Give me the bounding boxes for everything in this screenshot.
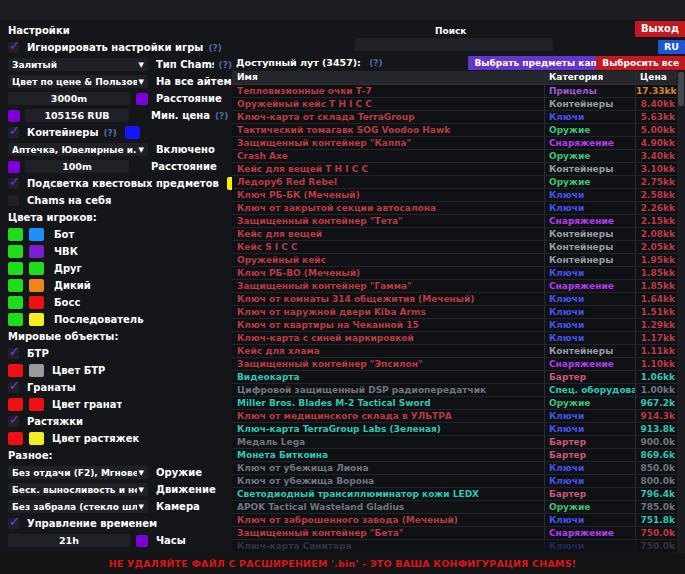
quest-items-checkbox[interactable]: [8, 178, 19, 189]
table-row[interactable]: Ключ-карта СанитараКлючи750.0k: [232, 540, 685, 553]
table-row[interactable]: ВидеокартаБартер1.06kk: [232, 371, 685, 384]
item-name: Ключ от убежища Ворона: [232, 475, 544, 487]
time-control-checkbox[interactable]: [8, 518, 19, 529]
player-color-swatch-secondary[interactable]: [29, 262, 44, 275]
item-category: Ключи: [544, 189, 635, 201]
table-row[interactable]: APOK Tactical Wasteland GladiusОружие785…: [232, 501, 685, 514]
table-row[interactable]: Защищенный контейнер "Каппа"Снаряжение4.…: [232, 137, 685, 150]
help-icon[interactable]: (?): [369, 58, 382, 68]
table-row[interactable]: Тактический томагавк SOG Voodoo HawkОруж…: [232, 124, 685, 137]
table-body: Тепловизионные очки Т-7Прицелы17.33kkОру…: [232, 85, 685, 553]
weapon-select[interactable]: Без отдачи (F2), Мгновенное п ▼: [8, 466, 148, 479]
chams-type-select[interactable]: Залитый ▼: [8, 58, 148, 71]
btr-color-swatch-1[interactable]: [8, 364, 23, 377]
footer-warning-bar: НЕ УДАЛЯЙТЕ ФАЙЛ С РАСШИРЕНИЕМ '.bin' - …: [0, 553, 685, 574]
player-color-swatch-secondary[interactable]: [29, 228, 44, 241]
btr-color-swatch-2[interactable]: [29, 364, 44, 377]
table-row[interactable]: Светодиодный трансиллюминатор кожи LEDXБ…: [232, 488, 685, 501]
table-row[interactable]: Кейс для вещей T H I C CКонтейнеры3.10kk: [232, 163, 685, 176]
table-row[interactable]: Ключ-карта TerraGroup Labs (Зеленая)Ключ…: [232, 423, 685, 436]
table-scrollbar[interactable]: [677, 71, 685, 553]
table-row[interactable]: Ключ от убежища ЛионаКлючи850.0k: [232, 462, 685, 475]
table-row[interactable]: Защищенный контейнер "Тета"Снаряжение2.1…: [232, 215, 685, 228]
camera-select[interactable]: Без забрала (стекло шлема) ▼: [8, 500, 148, 513]
table-row[interactable]: Оружейный кейс T H I C CКонтейнеры8.40kk: [232, 98, 685, 111]
player-color-swatch-primary[interactable]: [8, 245, 23, 258]
table-row[interactable]: Защищенный контейнер "Эпсилон"Снаряжение…: [232, 358, 685, 371]
ignore-game-settings-checkbox[interactable]: [8, 42, 19, 53]
table-row[interactable]: Miller Bros. Blades M-2 Tactical SwordОр…: [232, 397, 685, 410]
tripwire-color-swatch-2[interactable]: [29, 432, 44, 445]
table-row[interactable]: Кейс S I C CКонтейнеры2.05kk: [232, 241, 685, 254]
min-price-color-swatch[interactable]: [8, 110, 20, 122]
distance-color-swatch[interactable]: [136, 93, 148, 105]
player-color-swatch-secondary[interactable]: [29, 279, 44, 292]
distance-input[interactable]: 3000m: [8, 92, 130, 105]
player-color-swatch-primary[interactable]: [8, 279, 23, 292]
containers-filter-select[interactable]: Аптечка, Ювелирные и... ▼: [8, 143, 148, 156]
table-row[interactable]: Ключ от убежища ВоронаКлючи800.0k: [232, 475, 685, 488]
player-color-swatch-secondary[interactable]: [29, 296, 44, 309]
player-color-swatch-secondary[interactable]: [29, 245, 44, 258]
column-header-category[interactable]: Категория: [544, 71, 635, 84]
grenade-color-swatch-2[interactable]: [29, 398, 44, 411]
drop-all-button[interactable]: Выбросить все: [596, 56, 685, 70]
player-color-swatch-primary[interactable]: [8, 262, 23, 275]
movement-select[interactable]: Беск. выносливость и нет уста ▼: [8, 483, 148, 496]
containers-distance-input[interactable]: 100m: [25, 160, 129, 173]
table-row[interactable]: Ключ-карта от склада TerraGroupКлючи5.63…: [232, 111, 685, 124]
table-row[interactable]: Защищенный контейнер "Бета"Снаряжение750…: [232, 527, 685, 540]
table-row[interactable]: Ключ от закрытой секции автосалонаКлючи2…: [232, 202, 685, 215]
table-row[interactable]: Ключ-карта с синей маркировкойКлючи1.17k…: [232, 332, 685, 345]
player-color-swatch-primary[interactable]: [8, 313, 23, 326]
containers-distance-swatch[interactable]: [8, 161, 20, 173]
help-icon[interactable]: (?): [215, 111, 228, 121]
chams-self-label: Chams на себя: [27, 195, 111, 206]
table-row[interactable]: Кейс для хламаКонтейнеры1.11kk: [232, 345, 685, 358]
min-price-input[interactable]: 105156 RUB: [25, 109, 129, 122]
table-row[interactable]: Ледоруб Red RebelОружие2.75kk: [232, 176, 685, 189]
player-color-swatch-primary[interactable]: [8, 296, 23, 309]
help-icon[interactable]: (?): [208, 43, 221, 53]
color-mode-select[interactable]: Цвет по цене & Пользователь ▼: [8, 75, 148, 88]
player-color-swatch-secondary[interactable]: [29, 313, 44, 326]
containers-checkbox[interactable]: [8, 127, 19, 138]
exit-button[interactable]: Выход: [635, 21, 685, 37]
help-icon[interactable]: (?): [219, 60, 232, 70]
table-row[interactable]: Защищенный контейнер "Гамма"Снаряжение1.…: [232, 280, 685, 293]
scrollbar-thumb[interactable]: [678, 72, 684, 106]
search-input[interactable]: [355, 38, 553, 51]
tripwires-row: Растяжки: [8, 415, 232, 428]
table-row[interactable]: Ключ РБ-БК (Меченый)Ключи2.58kk: [232, 189, 685, 202]
select-kappa-button[interactable]: Выбрать предметы каппа: [468, 56, 615, 70]
table-row[interactable]: Ключ от квартиры на Чеканной 15Ключи1.29…: [232, 319, 685, 332]
table-row[interactable]: Оружейный кейсКонтейнеры1.95kk: [232, 254, 685, 267]
tripwires-checkbox[interactable]: [8, 416, 19, 427]
table-row[interactable]: Ключ от заброшенного завода (Меченый)Клю…: [232, 514, 685, 527]
tripwire-color-swatch-1[interactable]: [8, 432, 23, 445]
table-row[interactable]: Crash AxeОружие3.40kk: [232, 150, 685, 163]
table-row[interactable]: Ключ РБ-ВО (Меченый)Ключи1.85kk: [232, 267, 685, 280]
table-row[interactable]: Ключ от наружной двери Kiba ArmsКлючи1.5…: [232, 306, 685, 319]
chams-self-checkbox[interactable]: [8, 195, 19, 206]
language-button[interactable]: RU: [658, 40, 685, 54]
table-row[interactable]: Монета БиткоинаБартер869.6k: [232, 449, 685, 462]
grenades-checkbox[interactable]: [8, 382, 19, 393]
hours-color-swatch[interactable]: [136, 535, 148, 547]
grenade-color-swatch-1[interactable]: [8, 398, 23, 411]
item-category: Оружие: [544, 150, 635, 162]
help-icon[interactable]: (?): [103, 128, 116, 138]
hours-input[interactable]: 21h: [8, 534, 130, 547]
player-color-swatch-primary[interactable]: [8, 228, 23, 241]
table-row[interactable]: Медаль LegaБартер900.0k: [232, 436, 685, 449]
table-row[interactable]: Ключ от медицинского склада в УЛЬТРАКлюч…: [232, 410, 685, 423]
table-row[interactable]: Цифровой защищенный DSP радиопередатчикС…: [232, 384, 685, 397]
table-row[interactable]: Кейс для вещейКонтейнеры2.08kk: [232, 228, 685, 241]
table-row[interactable]: Ключ от комнаты 314 общежития (Меченый)К…: [232, 293, 685, 306]
item-name: Ключ от закрытой секции автосалона: [232, 202, 544, 214]
containers-color-swatch[interactable]: [125, 126, 140, 139]
column-header-name[interactable]: Имя: [232, 71, 544, 84]
btr-checkbox[interactable]: [8, 348, 19, 359]
item-category: Контейнеры: [544, 98, 635, 110]
table-row[interactable]: Тепловизионные очки Т-7Прицелы17.33kk: [232, 85, 685, 98]
